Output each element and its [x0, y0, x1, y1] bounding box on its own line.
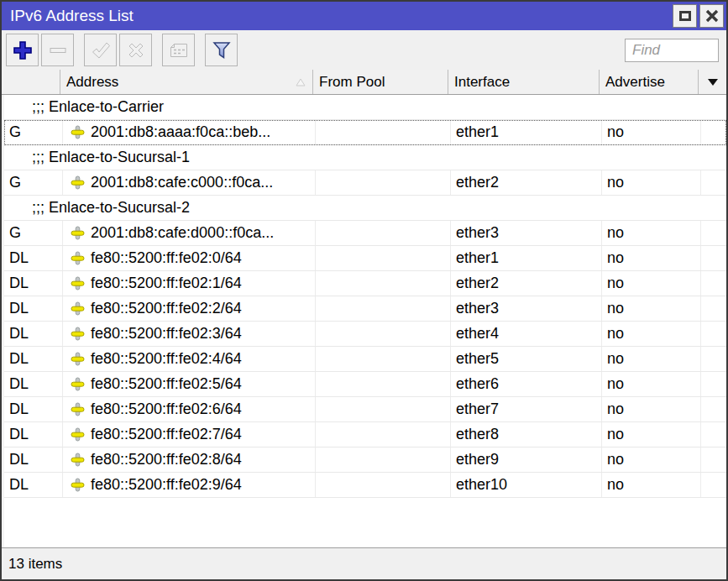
- address-text: fe80::5200:ff:fe02:7/64: [91, 426, 242, 443]
- close-button[interactable]: [699, 4, 724, 28]
- ipv6-address-icon: [71, 352, 85, 366]
- cell-address: fe80::5200:ff:fe02:0/64: [63, 246, 316, 270]
- cell-from-pool: [316, 347, 451, 371]
- cell-interface: ether1: [451, 246, 602, 270]
- add-button[interactable]: [6, 34, 39, 66]
- table-body[interactable]: ;;; Enlace-to-Carrier G 2001:db8:aaaa:f0…: [2, 95, 726, 547]
- cell-flags: G: [4, 221, 63, 245]
- cell-from-pool: [316, 322, 451, 346]
- cell-interface: ether4: [451, 322, 602, 346]
- table-header: Address From Pool Interface Advertise: [2, 70, 726, 95]
- table-row[interactable]: DL fe80::5200:ff:fe02:6/64 ether7 no: [4, 397, 726, 422]
- comment-row[interactable]: ;;; Enlace-to-Sucursal-1: [4, 145, 726, 170]
- column-header-advertise[interactable]: Advertise: [600, 70, 699, 94]
- cell-flags: DL: [4, 473, 63, 497]
- cross-icon: [125, 39, 147, 61]
- window-controls: [673, 4, 724, 28]
- cell-address: 2001:db8:cafe:c000::f0ca...: [63, 170, 316, 195]
- cell-flags: DL: [4, 246, 63, 270]
- cell-extra: [701, 296, 726, 321]
- address-text: 2001:db8:cafe:c000::f0ca...: [91, 174, 273, 191]
- ipv6-address-icon: [71, 377, 85, 391]
- find-input[interactable]: [625, 39, 719, 62]
- cell-from-pool: [316, 473, 451, 497]
- table-row[interactable]: DL fe80::5200:ff:fe02:9/64 ether10 no: [4, 473, 726, 498]
- cell-flags: DL: [4, 296, 63, 321]
- column-header-address[interactable]: Address: [60, 70, 313, 94]
- cell-address: fe80::5200:ff:fe02:8/64: [63, 448, 316, 472]
- address-text: 2001:db8:aaaa:f0ca::beb...: [91, 123, 270, 141]
- table-row[interactable]: G 2001:db8:aaaa:f0ca::beb... ether1 no: [4, 120, 726, 145]
- cell-flags: DL: [4, 322, 63, 346]
- comment-row[interactable]: ;;; Enlace-to-Sucursal-2: [4, 196, 726, 221]
- titlebar[interactable]: IPv6 Address List: [2, 2, 726, 30]
- disable-button[interactable]: [119, 34, 152, 66]
- checkmark-icon: [90, 39, 112, 61]
- comment-row[interactable]: ;;; Enlace-to-Carrier: [4, 95, 726, 120]
- cell-extra: [701, 120, 726, 144]
- table-row[interactable]: DL fe80::5200:ff:fe02:3/64 ether4 no: [4, 322, 726, 347]
- address-text: fe80::5200:ff:fe02:8/64: [91, 451, 242, 468]
- comment-text: ;;; Enlace-to-Sucursal-1: [32, 149, 190, 166]
- table-row[interactable]: DL fe80::5200:ff:fe02:5/64 ether6 no: [4, 372, 726, 397]
- cell-advertise: no: [602, 422, 701, 447]
- ipv6-address-icon: [71, 478, 85, 492]
- cell-extra: [701, 347, 726, 371]
- cell-from-pool: [316, 422, 451, 447]
- table-row[interactable]: DL fe80::5200:ff:fe02:1/64 ether2 no: [4, 271, 726, 296]
- column-header-flags[interactable]: [2, 70, 60, 94]
- cell-from-pool: [316, 246, 451, 270]
- cell-interface: ether3: [451, 296, 602, 321]
- column-selector-button[interactable]: [699, 70, 726, 94]
- cell-extra: [701, 246, 726, 270]
- comment-card-icon: [168, 39, 190, 61]
- column-header-from-pool[interactable]: From Pool: [313, 70, 448, 94]
- plus-icon: [12, 39, 34, 61]
- remove-button[interactable]: [41, 34, 74, 66]
- cell-interface: ether8: [451, 422, 602, 447]
- cell-from-pool: [316, 120, 451, 144]
- table-row[interactable]: G 2001:db8:cafe:d000::f0ca... ether3 no: [4, 221, 726, 246]
- cell-advertise: no: [602, 296, 701, 321]
- address-text: 2001:db8:cafe:d000::f0ca...: [91, 224, 274, 242]
- table-row[interactable]: DL fe80::5200:ff:fe02:0/64 ether1 no: [4, 246, 726, 271]
- cell-address: fe80::5200:ff:fe02:2/64: [63, 296, 316, 321]
- cell-advertise: no: [602, 473, 701, 497]
- table-row[interactable]: DL fe80::5200:ff:fe02:7/64 ether8 no: [4, 422, 726, 448]
- address-text: fe80::5200:ff:fe02:9/64: [91, 476, 242, 494]
- cell-address: 2001:db8:cafe:d000::f0ca...: [63, 221, 316, 245]
- cell-advertise: no: [602, 170, 701, 195]
- cell-flags: G: [4, 170, 63, 195]
- cell-extra: [701, 221, 726, 245]
- cell-address: fe80::5200:ff:fe02:3/64: [63, 322, 316, 346]
- cell-address: fe80::5200:ff:fe02:6/64: [63, 397, 316, 421]
- table-row[interactable]: DL fe80::5200:ff:fe02:8/64 ether9 no: [4, 448, 726, 473]
- column-header-address-label: Address: [66, 74, 118, 91]
- sort-ascending-icon: [296, 78, 306, 86]
- window-title: IPv6 Address List: [10, 7, 134, 25]
- ipv6-address-icon: [71, 402, 85, 416]
- cell-advertise: no: [602, 448, 701, 472]
- minus-icon: [47, 39, 69, 61]
- cell-from-pool: [316, 296, 451, 321]
- cell-interface: ether10: [451, 473, 602, 497]
- cell-from-pool: [316, 170, 451, 195]
- maximize-button[interactable]: [673, 4, 697, 28]
- enable-button[interactable]: [84, 34, 117, 66]
- cell-extra: [701, 170, 726, 195]
- cell-from-pool: [316, 271, 451, 296]
- address-text: fe80::5200:ff:fe02:6/64: [91, 400, 242, 418]
- cell-advertise: no: [602, 347, 701, 371]
- comment-button[interactable]: [162, 34, 195, 66]
- cell-extra: [701, 271, 726, 296]
- cell-extra: [701, 448, 726, 472]
- address-text: fe80::5200:ff:fe02:0/64: [91, 249, 242, 267]
- cell-interface: ether3: [451, 221, 602, 245]
- ipv6-address-icon: [71, 327, 85, 341]
- column-header-interface[interactable]: Interface: [448, 70, 600, 94]
- cell-flags: G: [4, 120, 63, 144]
- filter-button[interactable]: [205, 34, 238, 66]
- table-row[interactable]: DL fe80::5200:ff:fe02:2/64 ether3 no: [4, 296, 726, 322]
- table-row[interactable]: DL fe80::5200:ff:fe02:4/64 ether5 no: [4, 347, 726, 372]
- table-row[interactable]: G 2001:db8:cafe:c000::f0ca... ether2 no: [4, 170, 726, 196]
